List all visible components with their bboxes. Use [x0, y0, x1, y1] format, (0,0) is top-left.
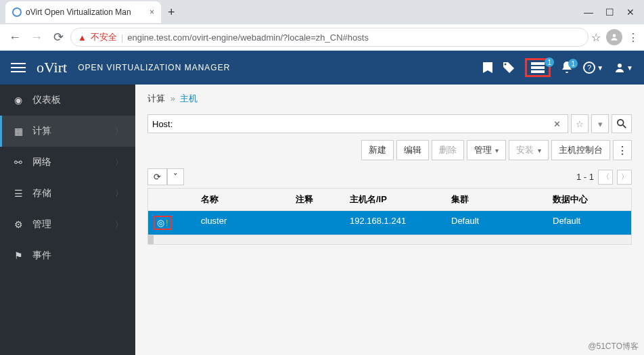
- user-icon[interactable]: ▼: [614, 62, 633, 73]
- sidebar-item-network[interactable]: ⚯ 网络 〉: [0, 147, 135, 178]
- col-hostip[interactable]: 主机名/IP: [344, 189, 446, 210]
- warning-icon: ▲: [78, 32, 87, 43]
- col-name[interactable]: 名称: [196, 189, 290, 210]
- cell-comment: [290, 211, 344, 235]
- bell-icon[interactable]: 1: [561, 62, 572, 74]
- warning-icon: !: [166, 218, 168, 228]
- watermark: @51CTO博客: [588, 341, 639, 352]
- compute-icon: ▦: [12, 126, 24, 137]
- pager-next-button[interactable]: 〉: [617, 170, 632, 185]
- sidebar-item-label: 网络: [32, 156, 51, 168]
- forward-button[interactable]: →: [27, 28, 46, 47]
- breadcrumb-current[interactable]: 主机: [180, 93, 198, 103]
- edit-button[interactable]: 编辑: [396, 140, 429, 160]
- search-prefix: Host:: [152, 119, 172, 129]
- url-text: engine.test.com/ovirt-engine/webadmin/?l…: [127, 32, 369, 43]
- horizontal-scrollbar[interactable]: [148, 235, 631, 244]
- svg-point-1: [505, 64, 507, 66]
- svg-point-7: [618, 64, 622, 68]
- insecure-label: 不安全: [91, 31, 117, 43]
- console-button[interactable]: 主机控制台: [551, 140, 610, 160]
- search-dropdown-button[interactable]: ▾: [591, 114, 609, 133]
- sidebar-item-label: 事件: [32, 250, 51, 262]
- main-content: 计算 » 主机 Host: ✕ ☆ ▾ 新建 编辑 删除 管理 ▾ 安装 ▾ 主…: [135, 85, 644, 355]
- help-icon[interactable]: ?▼: [583, 62, 603, 74]
- browser-chrome: oVirt Open Virtualization Man × + — ☐ ✕ …: [0, 0, 644, 51]
- reload-button[interactable]: ⟳: [49, 28, 68, 47]
- app-header: oVirt OPEN VIRTUALIZATION MANAGER 1 1 ?▼…: [0, 51, 644, 85]
- bookmark-icon[interactable]: [483, 62, 492, 73]
- address-bar: ← → ⟳ ▲ 不安全 | engine.test.com/ovirt-engi…: [0, 24, 644, 50]
- grid-header: 名称 注释 主机名/IP 集群 数据中心: [148, 189, 631, 211]
- sidebar-item-label: 存储: [32, 187, 51, 199]
- col-comment[interactable]: 注释: [290, 189, 344, 210]
- sidebar-item-label: 管理: [32, 218, 51, 231]
- chevron-right-icon: 〉: [115, 188, 123, 199]
- minimize-icon[interactable]: —: [584, 7, 593, 18]
- pager-prev-button[interactable]: 〈: [598, 170, 613, 185]
- delete-button[interactable]: 删除: [432, 140, 464, 160]
- install-button[interactable]: 安装 ▾: [509, 140, 549, 160]
- refresh-dropdown[interactable]: ˅: [167, 168, 184, 185]
- search-box[interactable]: Host: ✕: [147, 114, 568, 133]
- sidebar-item-admin[interactable]: ⚙ 管理 〉: [0, 209, 135, 240]
- storage-icon: ☰: [12, 188, 24, 199]
- hamburger-icon[interactable]: [11, 60, 26, 75]
- alerts-badge: 1: [568, 59, 578, 68]
- search-button[interactable]: [612, 114, 632, 133]
- bookmark-search-button[interactable]: ☆: [571, 114, 589, 133]
- refresh-button[interactable]: ⟳: [147, 168, 167, 185]
- sidebar-item-storage[interactable]: ☰ 存储 〉: [0, 178, 135, 209]
- svg-rect-2: [531, 62, 545, 65]
- close-window-icon[interactable]: ✕: [626, 7, 635, 18]
- tag-icon[interactable]: [503, 62, 514, 73]
- maximize-icon[interactable]: ☐: [605, 7, 614, 18]
- tab-title: oVirt Open Virtualization Man: [26, 7, 131, 17]
- cell-dc: Default: [547, 211, 631, 235]
- cell-hostip: 192.168.1.241: [344, 211, 446, 235]
- cell-name: cluster: [196, 211, 290, 235]
- tab-bar: oVirt Open Virtualization Man × + — ☐ ✕: [0, 0, 644, 24]
- gear-icon: ⚙: [12, 219, 24, 230]
- sidebar-item-dashboard[interactable]: ◉ 仪表板: [0, 85, 135, 116]
- clear-icon[interactable]: ✕: [551, 119, 564, 129]
- menu-icon[interactable]: ⋮: [628, 31, 639, 44]
- bookmark-icon[interactable]: ☆: [591, 31, 601, 44]
- col-cluster[interactable]: 集群: [446, 189, 547, 210]
- search-input[interactable]: [172, 119, 551, 129]
- sidebar-item-label: 计算: [32, 125, 51, 137]
- new-tab-button[interactable]: +: [161, 5, 182, 20]
- chevron-right-icon: 〉: [115, 157, 123, 168]
- network-icon: ⚯: [12, 157, 24, 168]
- spinner-icon: ◎: [157, 218, 164, 228]
- chevron-right-icon: 〉: [115, 219, 123, 231]
- sidebar-item-events[interactable]: ⚑ 事件: [0, 240, 135, 271]
- svg-line-9: [623, 125, 626, 128]
- back-button[interactable]: ←: [5, 28, 24, 47]
- brand-subtitle: OPEN VIRTUALIZATION MANAGER: [78, 63, 230, 72]
- browser-tab[interactable]: oVirt Open Virtualization Man ×: [5, 1, 161, 23]
- table-row[interactable]: ◎ ! cluster 192.168.1.241 Default Defaul…: [148, 211, 631, 235]
- window-controls: — ☐ ✕: [574, 7, 644, 18]
- manage-button[interactable]: 管理 ▾: [467, 140, 507, 160]
- sidebar: ◉ 仪表板 ▦ 计算 〉 ⚯ 网络 〉 ☰ 存储 〉 ⚙ 管理 〉 ⚑ 事件: [0, 85, 135, 355]
- url-field[interactable]: ▲ 不安全 | engine.test.com/ovirt-engine/web…: [70, 28, 589, 47]
- breadcrumb: 计算 » 主机: [147, 93, 632, 105]
- breadcrumb-root: 计算: [147, 93, 165, 103]
- svg-rect-4: [531, 70, 545, 73]
- dashboard-icon: ◉: [12, 95, 24, 105]
- pager: 1 - 1 〈 〉: [576, 170, 632, 185]
- tasks-icon[interactable]: 1: [525, 58, 551, 77]
- svg-text:?: ?: [587, 64, 591, 72]
- close-icon[interactable]: ×: [150, 7, 154, 17]
- col-dc[interactable]: 数据中心: [547, 189, 631, 210]
- status-icons: ◎ !: [154, 216, 172, 230]
- svg-rect-3: [531, 66, 545, 69]
- profile-icon[interactable]: [606, 29, 622, 45]
- svg-point-0: [613, 34, 616, 37]
- kebab-menu-icon[interactable]: ⋮: [613, 140, 632, 160]
- flag-icon: ⚑: [12, 250, 24, 261]
- sidebar-item-compute[interactable]: ▦ 计算 〉: [0, 116, 135, 147]
- toolbar: 新建 编辑 删除 管理 ▾ 安装 ▾ 主机控制台 ⋮: [147, 140, 632, 160]
- new-button[interactable]: 新建: [361, 140, 394, 160]
